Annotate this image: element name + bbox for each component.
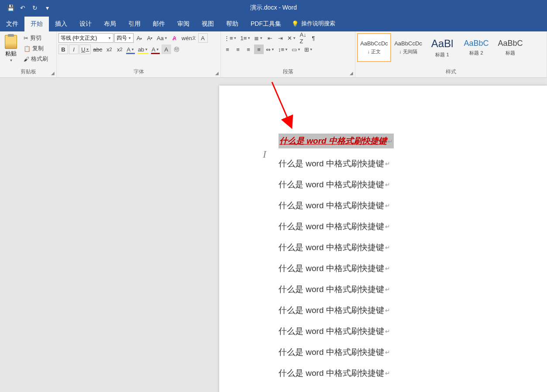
paragraph-mark-icon: ↵ [385,328,390,335]
align-right-button[interactable]: ≡ [244,45,253,54]
doc-line[interactable]: 什么是 word 中格式刷快捷键↵ [279,200,547,211]
clipboard-dialog-launcher[interactable]: ◢ [51,71,55,76]
font-dialog-launcher[interactable]: ◢ [215,71,219,76]
sort-button[interactable]: A↓Z [298,33,308,43]
superscript-button[interactable]: x2 [115,45,124,54]
doc-line[interactable]: 什么是 word 中格式刷快捷键↵ [279,284,547,295]
redo-button[interactable]: ↻ [30,3,40,13]
quick-access-toolbar: 💾 ↶ ↻ ▾ [0,3,52,13]
tab-references[interactable]: 引用 [122,17,147,31]
clear-format-button[interactable]: A̷ [170,33,179,43]
style-name: 标题 1 [435,52,449,58]
style-title[interactable]: AaBbC 标题 [493,33,527,62]
style-heading1[interactable]: AaBl 标题 1 [425,33,459,62]
tab-pdf-tools[interactable]: PDF工具集 [244,17,287,31]
doc-line[interactable]: 什么是 word 中格式刷快捷键↵ [279,305,547,316]
decrease-indent-button[interactable]: ⇤ [265,33,275,43]
font-size-combo[interactable]: 四号 ▼ [114,33,134,43]
tab-help[interactable]: 帮助 [220,17,244,31]
chevron-down-icon: ▼ [128,36,131,40]
undo-button[interactable]: ↶ [17,3,28,13]
style-name: 标题 2 [469,50,483,56]
selected-text-line[interactable]: 什么是 word 中格式刷快捷键↵ [279,134,394,148]
doc-text: 什么是 word 中格式刷快捷键 [279,179,384,190]
italic-button[interactable]: I [69,45,79,54]
doc-line[interactable]: 什么是 word 中格式刷快捷键↵ [279,242,547,253]
document-area[interactable]: I 什么是 word 中格式刷快捷键↵ 什么是 word 中格式刷快捷键↵什么是… [0,78,547,392]
qat-more-button[interactable]: ▾ [42,3,52,13]
shrink-font-button[interactable]: A▾ [145,33,155,43]
paragraph-mark-icon: ↵ [385,307,390,314]
doc-line[interactable]: 什么是 word 中格式刷快捷键↵ [279,326,547,337]
tab-view[interactable]: 视图 [196,17,220,31]
doc-line[interactable]: 什么是 word 中格式刷快捷键↵ [279,158,547,169]
copy-button[interactable]: 📋 复制 [22,44,50,53]
doc-line[interactable]: 什么是 word 中格式刷快捷键↵ [279,347,547,358]
style-heading2[interactable]: AaBbC 标题 2 [459,33,493,62]
font-name-combo[interactable]: 等线 (中文正文) ▼ [58,33,114,43]
show-marks-button[interactable]: ¶ [309,33,318,43]
save-button[interactable]: 💾 [5,3,16,13]
shading-button[interactable]: ▭▼ [290,45,302,54]
doc-line[interactable]: 什么是 word 中格式刷快捷键↵ [279,179,547,190]
doc-line[interactable]: 什么是 word 中格式刷快捷键↵ [279,368,547,379]
paragraph-mark-icon: ↵ [385,370,390,377]
paragraph-dialog-launcher[interactable]: ◢ [350,71,353,76]
text-effects-button[interactable]: A▼ [125,45,136,54]
phonetic-guide-button[interactable]: wén文 [180,33,197,43]
justify-button[interactable]: ≡ [254,45,264,54]
format-painter-button[interactable]: 🖌 格式刷 [22,54,50,64]
styles-group-label: 样式 [357,66,545,77]
strikethrough-button[interactable]: abc [92,45,103,54]
tab-mailings[interactable]: 邮件 [147,17,171,31]
style-normal[interactable]: AaBbCcDc ↓ 正文 [357,33,391,62]
cut-button[interactable]: ✂ 剪切 [22,33,50,43]
doc-text: 什么是 word 中格式刷快捷键 [279,347,384,358]
tab-review[interactable]: 审阅 [171,17,196,31]
paste-button[interactable]: 粘贴 ▼ [2,33,20,64]
tab-design[interactable]: 设计 [73,17,98,31]
asian-layout-button[interactable]: ✕▼ [286,33,297,43]
align-center-button[interactable]: ≡ [233,45,243,54]
bold-button[interactable]: B [58,45,68,54]
bullets-button[interactable]: ⋮≡▼ [223,33,238,43]
doc-line[interactable]: 什么是 word 中格式刷快捷键↵ [279,221,547,232]
tab-insert[interactable]: 插入 [49,17,73,31]
distributed-button[interactable]: ⇔▼ [265,45,276,54]
tab-layout[interactable]: 布局 [98,17,122,31]
change-case-button[interactable]: Aa▼ [155,33,169,43]
style-no-spacing[interactable]: AaBbCcDc ↓ 无间隔 [391,33,425,62]
doc-line[interactable]: 什么是 word 中格式刷快捷键↵ [279,263,547,274]
group-paragraph: ⋮≡▼ 1≡▼ ≣▼ ⇤ ⇥ ✕▼ A↓Z ¶ ≡ ≡ ≡ ≡ ⇔▼ ↕≡▼ ▭… [221,31,355,77]
paragraph-mark-icon: ↵ [385,181,390,188]
align-left-button[interactable]: ≡ [223,45,232,54]
highlight-button[interactable]: ab▼ [137,45,149,54]
page[interactable]: I 什么是 word 中格式刷快捷键↵ 什么是 word 中格式刷快捷键↵什么是… [219,86,547,392]
chevron-down-icon: ▼ [10,58,13,62]
scissors-icon: ✂ [24,35,28,41]
enclose-char-button[interactable]: ㊞ [172,45,182,54]
tab-home[interactable]: 开始 [24,17,49,31]
multilevel-button[interactable]: ≣▼ [253,33,264,43]
subscript-button[interactable]: x2 [104,45,114,54]
numbering-button[interactable]: 1≡▼ [239,33,252,43]
format-painter-label: 格式刷 [31,55,48,63]
increase-indent-button[interactable]: ⇥ [275,33,285,43]
grow-font-button[interactable]: A▴ [134,33,144,43]
doc-text: 什么是 word 中格式刷快捷键 [279,368,384,379]
paragraph-mark-icon: ↵ [385,202,390,209]
borders-button[interactable]: ⊞▼ [303,45,314,54]
tell-me-search[interactable]: 💡 操作说明搜索 [287,16,340,31]
char-border-button[interactable]: A [198,33,208,43]
doc-text: 什么是 word 中格式刷快捷键 [279,305,384,316]
title-bar: 💾 ↶ ↻ ▾ 演示.docx - Word [0,0,547,16]
underline-button[interactable]: U▼ [79,45,91,54]
paragraph-mark-icon: ↵ [385,244,390,251]
tab-file[interactable]: 文件 [0,17,24,31]
font-name-value: 等线 (中文正文) [61,34,97,42]
line-spacing-button[interactable]: ↕≡▼ [277,45,289,54]
style-preview: AaBbCcDc [394,40,422,47]
font-color-button[interactable]: A▼ [150,45,161,54]
char-shading-button[interactable]: A [162,45,171,54]
font-size-value: 四号 [117,34,127,42]
